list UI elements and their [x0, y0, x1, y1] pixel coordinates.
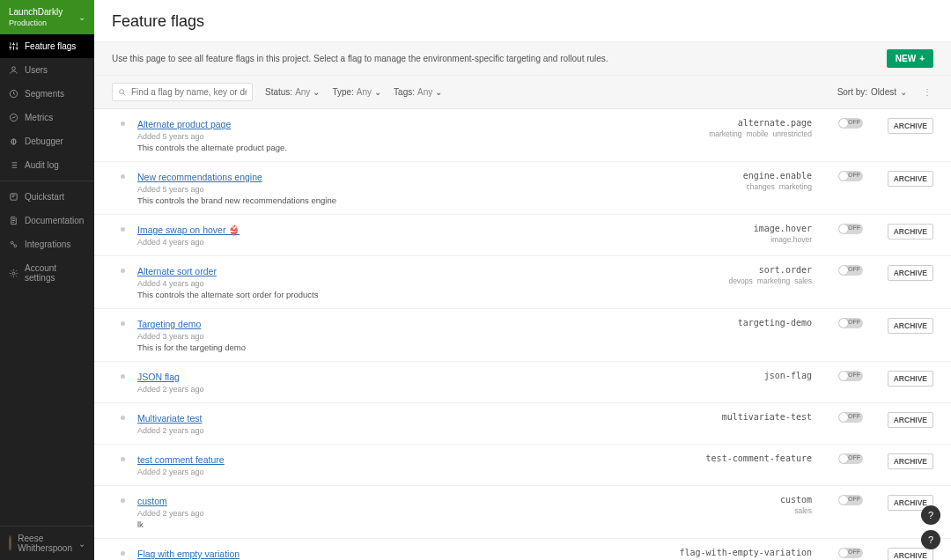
page-description: Use this page to see all feature flags i… — [112, 54, 608, 63]
flag-tags: changesmarketing — [645, 182, 812, 191]
flag-added-text: Added 5 years ago — [137, 185, 632, 194]
flag-key-col: alternate.pagemarketingmobileunrestricte… — [645, 118, 812, 138]
toggle-knob — [839, 372, 848, 380]
filter-bar: Status: Any ⌄ Type: Any ⌄ Tags: Any ⌄ So… — [94, 76, 951, 109]
filter-tags[interactable]: Tags: Any ⌄ — [394, 87, 442, 97]
sidebar-item-debugger[interactable]: Debugger — [0, 129, 94, 153]
chevron-down-icon: ⌄ — [435, 87, 442, 97]
toggle-knob — [839, 119, 848, 128]
sidebar-item-metrics[interactable]: Metrics — [0, 106, 94, 129]
flag-key: targeting-demo — [645, 318, 812, 328]
flag-name-link[interactable]: Targeting demo — [137, 319, 201, 329]
flag-added-text: Added 4 years ago — [137, 238, 632, 247]
flag-toggle[interactable]: OFF — [838, 495, 863, 505]
tag: marketing — [779, 182, 812, 191]
question-icon: ? — [928, 534, 933, 545]
flag-toggle[interactable]: OFF — [838, 171, 863, 181]
flag-key: flag-with-empty-variation — [645, 548, 812, 557]
sort-by[interactable]: Sort by: Oldest ⌄ — [837, 87, 907, 97]
toggle-label: OFF — [848, 225, 860, 231]
flag-toggle[interactable]: OFF — [838, 118, 863, 129]
plus-icon: + — [919, 54, 925, 63]
status-dot — [121, 374, 125, 379]
sidebar-item-integrations[interactable]: Integrations — [0, 232, 94, 256]
toggle-knob — [839, 266, 848, 275]
sidebar-item-documentation[interactable]: Documentation — [0, 209, 94, 232]
flag-name-link[interactable]: Alternate product page — [137, 119, 231, 129]
more-menu[interactable]: ⋮ — [919, 87, 933, 97]
flag-key: image.hover — [645, 224, 812, 233]
archive-button[interactable]: ARCHIVE — [888, 118, 933, 134]
sidebar-item-quickstart[interactable]: Quickstart — [0, 185, 94, 209]
flag-added-text: Added 2 years ago — [137, 509, 632, 518]
chevron-down-icon: ⌄ — [900, 87, 907, 97]
filter-type[interactable]: Type: Any ⌄ — [332, 87, 381, 97]
flag-toggle-col: OFF — [824, 318, 877, 328]
flag-description: This is for the targeting demo — [137, 343, 632, 352]
flag-name-link[interactable]: Flag with empty variation — [137, 549, 240, 559]
help-button[interactable]: ? — [921, 505, 940, 525]
toggle-label: OFF — [848, 372, 860, 378]
flag-key-col: image.hoverimage.hover — [645, 224, 812, 244]
gear-icon — [9, 269, 18, 278]
flag-name-link[interactable]: Image swap on hover 👙 — [137, 225, 240, 235]
flag-info: JSON flagAdded 2 years ago — [137, 371, 632, 394]
sidebar-item-account-settings[interactable]: Account settings — [0, 256, 94, 290]
flag-toggle[interactable]: OFF — [838, 265, 863, 276]
flag-key-col: sort.orderdevopsmarketingsales — [645, 265, 812, 285]
search-input[interactable] — [131, 87, 247, 97]
toggle-label: OFF — [848, 454, 860, 461]
flag-row: Flag with empty variationAdded 2 years a… — [94, 539, 951, 560]
flag-toggle[interactable]: OFF — [838, 548, 863, 558]
flag-toggle[interactable]: OFF — [838, 371, 863, 381]
flag-name-link[interactable]: test comment feature — [137, 454, 225, 465]
question-icon: ? — [928, 510, 933, 520]
help-button[interactable]: ? — [921, 530, 940, 549]
sidebar-item-label: Users — [25, 65, 48, 75]
tag: marketing — [757, 276, 790, 285]
flag-info: Alternate product pageAdded 5 years agoT… — [137, 118, 632, 152]
flag-toggle[interactable]: OFF — [838, 453, 863, 464]
flag-toggle-col: OFF — [824, 371, 877, 381]
flag-toggle[interactable]: OFF — [838, 318, 863, 328]
archive-button[interactable]: ARCHIVE — [888, 453, 933, 469]
sidebar-item-segments[interactable]: Segments — [0, 82, 94, 106]
flag-toggle-col: OFF — [824, 453, 877, 464]
flag-toggle[interactable]: OFF — [838, 412, 863, 423]
project-env-switcher[interactable]: LaunchDarkly Production ⌄ — [0, 0, 94, 34]
user-last-name: Whitherspoon — [18, 543, 72, 553]
flag-name-link[interactable]: custom — [137, 496, 167, 506]
sidebar-item-audit-log[interactable]: Audit log — [0, 153, 94, 177]
rocket-icon — [9, 192, 18, 202]
archive-button[interactable]: ARCHIVE — [888, 224, 933, 239]
flag-toggle[interactable]: OFF — [838, 224, 863, 234]
archive-button[interactable]: ARCHIVE — [888, 412, 933, 428]
svg-point-7 — [12, 272, 15, 275]
archive-button[interactable]: ARCHIVE — [888, 318, 933, 334]
sidebar-item-feature-flags[interactable]: Feature flags — [0, 34, 94, 58]
status-dot — [121, 551, 125, 556]
page-header: Feature flags — [94, 0, 951, 41]
flag-name-link[interactable]: Multivariate test — [137, 413, 203, 424]
flag-key: multivariate-test — [645, 412, 812, 422]
sidebar-item-label: Metrics — [25, 113, 53, 122]
sidebar-item-users[interactable]: Users — [0, 58, 94, 82]
flag-info: New recommendations engineAdded 5 years … — [137, 171, 632, 205]
filter-status[interactable]: Status: Any ⌄ — [265, 87, 320, 97]
chevron-down-icon: ⌄ — [78, 539, 85, 549]
flag-name-link[interactable]: JSON flag — [137, 372, 180, 382]
archive-button[interactable]: ARCHIVE — [888, 265, 933, 281]
new-flag-button[interactable]: NEW + — [887, 49, 933, 68]
search-input-wrapper[interactable] — [112, 83, 253, 101]
svg-point-0 — [12, 67, 16, 70]
flag-name-link[interactable]: Alternate sort order — [137, 266, 217, 276]
flag-row: Alternate sort orderAdded 4 years agoThi… — [94, 256, 951, 309]
archive-button[interactable]: ARCHIVE — [888, 171, 933, 187]
tag: devops — [728, 276, 752, 285]
archive-button[interactable]: ARCHIVE — [888, 548, 933, 560]
user-menu[interactable]: Reese Whitherspoon ⌄ — [0, 526, 94, 560]
chevron-down-icon: ⌄ — [374, 87, 381, 97]
flag-key: sort.order — [645, 265, 812, 275]
archive-button[interactable]: ARCHIVE — [888, 371, 933, 387]
flag-name-link[interactable]: New recommendations engine — [137, 172, 262, 182]
